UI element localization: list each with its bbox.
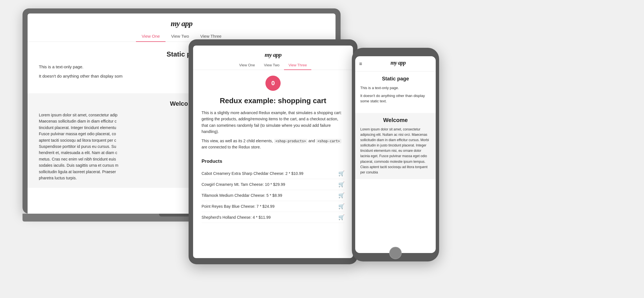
cart-badge: 0 bbox=[265, 76, 281, 91]
product-name-5: Shepherd's Holland Cheese: 4 * $11.99 bbox=[202, 215, 271, 220]
tablet-products-section: Products Cabot Creamery Extra Sharp Ched… bbox=[193, 153, 353, 229]
phone-app-header: ≡ my app bbox=[355, 56, 436, 71]
product-row-3: Tillamook Medium Cheddar Cheese: 5 * $8.… bbox=[202, 190, 345, 201]
product-row-4: Point Reyes Bay Blue Cheese: 7 * $24.99 … bbox=[202, 201, 345, 212]
product-name-4: Point Reyes Bay Blue Cheese: 7 * $24.99 bbox=[202, 204, 274, 209]
add-to-cart-icon-1[interactable]: 🛒 bbox=[338, 170, 345, 177]
cart-count: 0 bbox=[271, 80, 275, 87]
laptop-app-logo: my app bbox=[28, 19, 336, 28]
product-name-2: Cowgirl Creamery Mt. Tam Cheese: 10 * $2… bbox=[202, 182, 285, 187]
add-to-cart-icon-2[interactable]: 🛒 bbox=[338, 181, 345, 188]
phone-device: ≡ my app Static page This is a text-only… bbox=[352, 48, 439, 261]
tablet-content-area: 0 Redux example: shopping cart This is a… bbox=[193, 70, 353, 150]
tablet-redux-desc2: This view, as well as its 2 child elemen… bbox=[202, 138, 345, 150]
phone-static-intro2: It doesn't do anything other than displa… bbox=[360, 93, 431, 104]
tablet-redux-title: Redux example: shopping cart bbox=[202, 96, 345, 105]
phone-content: Static page This is a text-only page. It… bbox=[355, 71, 436, 111]
tablet-tab-view-three[interactable]: View Three bbox=[284, 61, 311, 70]
add-to-cart-icon-5[interactable]: 🛒 bbox=[338, 214, 345, 220]
phone-welcome-section: Welcome Lorem ipsum dolor sit amet, cons… bbox=[355, 113, 436, 179]
phone-static-page-title: Static page bbox=[360, 76, 431, 82]
add-to-cart-icon-4[interactable]: 🛒 bbox=[338, 203, 345, 209]
product-name-3: Tillamook Medium Cheddar Cheese: 5 * $8.… bbox=[202, 193, 282, 198]
phone-static-intro1: This is a text-only page. bbox=[360, 85, 431, 91]
product-row-5: Shepherd's Holland Cheese: 4 * $11.99 🛒 bbox=[202, 212, 345, 223]
phone-welcome-title: Welcome bbox=[360, 117, 431, 123]
laptop-tab-view-one[interactable]: View One bbox=[136, 31, 166, 42]
phone-outer: ≡ my app Static page This is a text-only… bbox=[352, 48, 439, 261]
tablet-device: my app View One View Two View Three 0 Re… bbox=[189, 39, 357, 264]
tablet-app-logo: my app bbox=[193, 51, 353, 58]
code-shop-products: <shop-products> bbox=[274, 139, 307, 143]
tablet-screen: my app View One View Two View Three 0 Re… bbox=[193, 46, 353, 258]
tablet-app-header: my app View One View Two View Three bbox=[193, 46, 353, 70]
laptop-app-header: my app View One View Two View Three bbox=[28, 13, 336, 42]
phone-home-button[interactable] bbox=[389, 247, 402, 259]
phone-app-logo: my app bbox=[365, 60, 432, 66]
phone-screen: ≡ my app Static page This is a text-only… bbox=[355, 56, 436, 253]
tablet-outer: my app View One View Two View Three 0 Re… bbox=[189, 39, 357, 264]
code-shop-cart: <shop-cart> bbox=[316, 139, 341, 143]
hamburger-icon[interactable]: ≡ bbox=[359, 61, 362, 67]
add-to-cart-icon-3[interactable]: 🛒 bbox=[338, 192, 345, 198]
product-name-1: Cabot Creamery Extra Sharp Cheddar Chees… bbox=[202, 171, 303, 176]
tablet-nav-tabs: View One View Two View Three bbox=[193, 61, 353, 70]
tablet-redux-desc1: This is a slightly more advanced Redux e… bbox=[202, 110, 345, 135]
product-row-1: Cabot Creamery Extra Sharp Cheddar Chees… bbox=[202, 168, 345, 179]
tablet-products-title: Products bbox=[202, 159, 345, 164]
phone-lorem-text: Lorem ipsum dolor sit amet, consectetur … bbox=[360, 127, 431, 175]
tablet-tab-view-two[interactable]: View Two bbox=[260, 61, 284, 70]
product-row-2: Cowgirl Creamery Mt. Tam Cheese: 10 * $2… bbox=[202, 179, 345, 190]
tablet-tab-view-one[interactable]: View One bbox=[235, 61, 260, 70]
